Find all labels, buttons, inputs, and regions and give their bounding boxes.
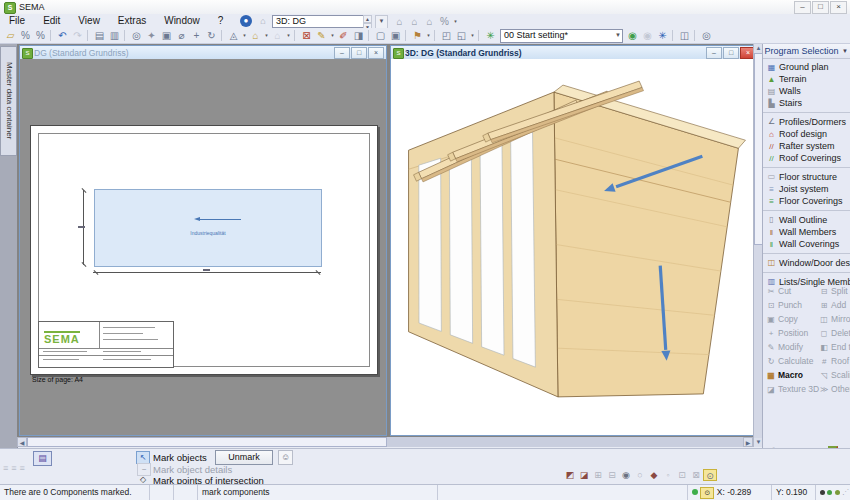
program-selection-item[interactable]: ▙ Stairs (763, 97, 850, 109)
program-selection-header[interactable]: Program Selection ▼ (763, 44, 850, 59)
toolbar-icon[interactable]: ▾ (329, 29, 336, 42)
command-item[interactable]: + Position (766, 328, 819, 338)
close-icon[interactable]: × (368, 47, 384, 59)
scroll-right-icon[interactable]: ▶ (743, 437, 753, 447)
command-item[interactable]: ◪ Texture 3D (766, 384, 819, 394)
command-item[interactable]: ◫ Mirror (819, 314, 850, 324)
command-item[interactable]: ✎ Modify (766, 342, 819, 352)
view-control-icon[interactable]: ⊞ (591, 469, 605, 481)
toolbar-icon[interactable]: ✎ (314, 29, 329, 42)
toolbar-icon[interactable]: ✳ (483, 29, 498, 42)
toolbar-icon[interactable]: ▾ (425, 29, 432, 42)
stack-icon[interactable]: ≡ (20, 463, 25, 473)
minimize-icon[interactable]: – (334, 47, 350, 59)
toolbar-icon[interactable]: ▥ (107, 29, 122, 42)
toolbar-icon[interactable]: ◱ (454, 29, 469, 42)
maximize-button[interactable]: □ (812, 1, 829, 14)
eye-icon[interactable]: ⊙ (700, 487, 714, 499)
program-selection-item[interactable]: ▲ Terrain (763, 73, 850, 85)
toolbar-icon[interactable] (221, 30, 224, 41)
menu-item[interactable]: File (0, 14, 34, 28)
toolbar-icon[interactable]: ↶ (55, 29, 70, 42)
close-button[interactable]: × (830, 1, 847, 14)
stack-icon[interactable]: ≡ (11, 463, 16, 473)
toolbar-icon[interactable]: ⊠ (299, 29, 314, 42)
plan-viewport[interactable]: Industriequalität SEMA (20, 59, 386, 435)
program-selection-item[interactable]: ▤ Walls (763, 85, 850, 97)
toolbar-icon[interactable]: ▣ (388, 29, 403, 42)
toolbar-icon[interactable]: ▱ (3, 29, 18, 42)
toolbar-icon[interactable]: ↷ (70, 29, 85, 42)
person-icon[interactable]: ☺ (278, 450, 293, 465)
project-icon[interactable]: ● (240, 15, 252, 27)
program-selection-item[interactable]: ≡ Joist system (763, 183, 850, 195)
toolbar-icon[interactable]: ✐ (336, 29, 351, 42)
view-control-icon[interactable]: ◉ (619, 469, 633, 481)
view-selector-combo[interactable]: 3D: DG (272, 15, 365, 28)
command-item[interactable]: ⊡ Punch (766, 300, 819, 310)
program-selection-item[interactable]: ⌂ Roof design (763, 128, 850, 140)
3d-viewport[interactable] (391, 59, 758, 435)
storey-shape-icon[interactable]: ⌂ (407, 15, 422, 28)
storey-shape-icon[interactable]: ▾ (452, 15, 459, 28)
toolbar-icon[interactable] (368, 30, 371, 41)
program-selection-item[interactable]: ‖ Wall Coverings (763, 238, 850, 250)
program-selection-item[interactable]: // Rafter system (763, 140, 850, 152)
toolbar-icon[interactable]: ▣ (159, 29, 174, 42)
program-selection-item[interactable]: ∠ Profiles/Dormers (763, 112, 850, 128)
menu-item[interactable]: Edit (34, 14, 69, 28)
command-item[interactable]: ◹ Scaling (819, 370, 850, 380)
minimize-icon[interactable]: – (706, 47, 722, 59)
view-dropdown-icon[interactable]: ▼ (375, 15, 388, 29)
command-item[interactable]: ↻ Calculate (766, 356, 819, 366)
command-item[interactable]: ◧ End type (819, 342, 850, 352)
toolbar-icon[interactable]: ⌂ (270, 29, 285, 42)
view-control-icon[interactable]: ○ (633, 469, 647, 481)
program-selection-item[interactable]: ≡ Floor Coverings (763, 195, 850, 207)
wall-panel-outline[interactable]: Industriequalität (94, 189, 322, 267)
toolbar-icon[interactable]: ⚑ (410, 29, 425, 42)
toolbar-icon[interactable] (672, 30, 675, 41)
start-setting-combo[interactable]: 00 Start setting*▼ (500, 29, 623, 43)
toolbar-icon[interactable]: ↻ (204, 29, 219, 42)
menu-item[interactable]: View (69, 14, 109, 28)
toolbar-icon[interactable]: ▾ (469, 29, 476, 42)
view-control-icon[interactable]: ◦ (661, 469, 675, 481)
program-selection-item[interactable]: ◫ Window/Door design (763, 253, 850, 269)
scroll-left-icon[interactable]: ◀ (17, 437, 27, 447)
storey-shape-icon[interactable]: ⌂ (392, 15, 407, 28)
storey-shape-icon[interactable]: ⌂ (422, 15, 437, 28)
program-selection-item[interactable]: ‖ Wall Members (763, 226, 850, 238)
command-item[interactable]: ✂ Cut (766, 286, 819, 296)
restore-icon[interactable]: □ (351, 47, 367, 59)
unmark-button[interactable]: Unmark (215, 450, 273, 465)
horizontal-scroll-thumb[interactable] (27, 437, 387, 447)
command-item[interactable]: ▦ Macro (766, 370, 819, 380)
toolbar-icon[interactable]: ▤ (92, 29, 107, 42)
toolbar-icon[interactable] (294, 30, 297, 41)
toolbar-icon[interactable] (478, 30, 481, 41)
toolbar-icon[interactable] (124, 30, 127, 41)
command-item[interactable]: ⊞ Add (819, 300, 850, 310)
toolbar-icon[interactable]: ◉ (640, 29, 655, 42)
toolbar-icon[interactable] (87, 30, 90, 41)
3d-window-titlebar[interactable]: S 3D: DG (Standard Grundriss) – □ × (391, 46, 758, 60)
toolbar-icon[interactable]: % (33, 29, 48, 42)
toolbar-icon[interactable]: % (18, 29, 33, 42)
plan-window-titlebar[interactable]: S DG (Standard Grundriss) – □ × (20, 46, 386, 60)
menu-item[interactable]: ? (209, 14, 233, 28)
toolbar-icon[interactable] (405, 30, 408, 41)
command-item[interactable]: ≫ Others (819, 384, 850, 394)
toolbar-icon[interactable]: ◎ (129, 29, 144, 42)
toolbar-icon[interactable]: ▾ (285, 29, 292, 42)
toolbar-icon[interactable] (434, 30, 437, 41)
master-data-container-tab[interactable]: Master data container (0, 46, 17, 156)
chevron-down-icon[interactable]: ▼ (842, 48, 848, 54)
storey-shape-icon[interactable]: % (437, 15, 452, 28)
horizontal-scrollbar[interactable]: ◀ ▶ (17, 437, 753, 447)
program-selection-item[interactable]: ▭ Floor structure (763, 167, 850, 183)
toolbar-icon[interactable] (50, 30, 53, 41)
toolbar-icon[interactable] (694, 30, 697, 41)
toolbar-icon[interactable]: ▾ (263, 29, 270, 42)
menu-item[interactable]: Extras (109, 14, 155, 28)
